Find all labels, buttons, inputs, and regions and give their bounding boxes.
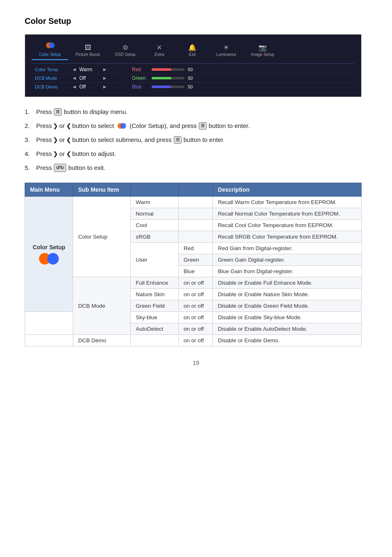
step-1: 1. Press ☰ button to display menu. — [25, 107, 367, 117]
chevron-right-4: ❯ — [53, 149, 58, 158]
osd-color-temp-value: Warm — [79, 67, 96, 72]
main-menu-label: Color Setup — [30, 244, 68, 251]
chevron-left-4: ❮ — [66, 149, 71, 158]
step-4-num: 4. — [25, 149, 36, 159]
table-header-row: Main Menu Sub Menu Item Description — [25, 183, 362, 197]
osd-blue-value: 50 — [188, 84, 193, 89]
chevron-right-2: ❯ — [53, 121, 58, 130]
osd-dcb-mode-label: DCB Mode — [35, 76, 72, 81]
osd-arrow-left-3: ◄ — [72, 84, 77, 90]
extra-tab-icon: ✕ — [157, 44, 162, 51]
osd-red-fill — [152, 68, 171, 71]
osd-tab-luminance-label: Luminance — [216, 52, 236, 57]
osd-tabs: Color Setup 🖼 Picture Boost ⚙ OSD Setup … — [32, 39, 355, 60]
page-number: 19 — [25, 360, 367, 366]
chevron-left-3: ❮ — [66, 135, 71, 144]
step-2-color-setup-text: (Color Setup), and press — [129, 121, 196, 131]
step-4-text: Press ❯ or ❮ button to adjust. — [36, 149, 116, 159]
osd-red-track — [152, 68, 184, 71]
desc-full-enhance: Disable or Enable Full Enhance Mode. — [213, 277, 362, 289]
desc-nature-skin: Disable or Enable Nature Skin Mode. — [213, 289, 362, 300]
th-main-menu: Main Menu — [25, 183, 73, 197]
item-nature-skin: Nature Skin — [131, 289, 179, 300]
menu-button-3: ☰ — [174, 136, 182, 144]
step-2-btn-select: button to select — [72, 121, 114, 131]
osd-tab-image-setup-label: Image Setup — [251, 52, 274, 57]
table-row: DCB Mode Full Enhance on or off Disable … — [25, 277, 362, 289]
step-3: 3. Press ❯ or ❮ button to select submenu… — [25, 135, 367, 145]
item-full-enhance-col4: on or off — [178, 277, 212, 289]
color-setup-tab-icon — [45, 41, 55, 51]
osd-green-fill — [152, 77, 171, 79]
item-full-enhance: Full Enhance — [131, 277, 179, 289]
desc-green-field: Disable or Enable Green Field Mode. — [213, 300, 362, 312]
item-autodetect: AutoDetect — [131, 323, 179, 335]
sub-menu-dcb-mode: DCB Mode — [73, 277, 131, 335]
th-col3 — [131, 183, 179, 197]
desc-blue: Blue Gain from Digital-register. — [213, 266, 362, 277]
steps-list: 1. Press ☰ button to display menu. 2. Pr… — [25, 107, 367, 173]
menu-button-2: ☰ — [199, 122, 207, 130]
osd-color-temp-label: Color Temp. — [35, 67, 72, 72]
osd-arrow-right-2: ► — [102, 75, 107, 81]
step-5: 5. Press ↺↻ button to exit. — [25, 163, 367, 173]
desc-autodetect: Disable or Enable AutoDetect Mode. — [213, 323, 362, 335]
step-2-end: button to enter. — [209, 121, 250, 131]
th-col4 — [178, 183, 212, 197]
desc-red: Red Gain from Digital-register. — [213, 243, 362, 254]
step-4-after: button to adjust. — [72, 149, 116, 159]
item-blue: Blue — [178, 266, 212, 277]
item-green: Green — [178, 254, 212, 266]
page-title: Color Setup — [25, 16, 367, 26]
item-red: Red — [178, 243, 212, 254]
image-setup-tab-icon: 📷 — [258, 44, 267, 51]
osd-green-track — [152, 77, 184, 79]
item-green-field: Green Field — [131, 300, 179, 312]
desc-cool: Recall Cool Color Temperature from EEPRO… — [213, 220, 362, 231]
step-4-or: or — [59, 149, 65, 159]
step-1-after: button to display menu. — [64, 107, 127, 117]
step-5-num: 5. — [25, 163, 36, 173]
step-2-num: 2. — [25, 121, 36, 131]
step-1-press: Press — [36, 107, 52, 117]
osd-red-label: Red — [132, 67, 148, 72]
step-3-after: button to select submenu, and press — [72, 135, 172, 145]
item-nature-skin-col4: on or off — [178, 289, 212, 300]
step-1-text: Press ☰ button to display menu. — [36, 107, 127, 117]
sub-menu-color-setup: Color Setup — [73, 197, 131, 277]
osd-tab-picture-boost-label: Picture Boost — [76, 52, 100, 57]
step-4: 4. Press ❯ or ❮ button to adjust. — [25, 149, 367, 159]
desc-normal: Recall Normal Color Temperature from EEP… — [213, 208, 362, 220]
osd-tab-image-setup: 📷 Image Setup — [244, 41, 282, 60]
osd-arrow-left-2: ◄ — [72, 75, 77, 81]
osd-tab-color-setup: Color Setup — [32, 39, 68, 60]
osd-row-dcb-mode: DCB Mode ◄ Off ► — [32, 74, 122, 83]
color-icon-wrap — [30, 253, 68, 265]
osd-row-color-temp: Color Temp. ◄ Warm ► — [32, 65, 122, 74]
desc-sky-blue: Disable or Enable Sky-blue Mode. — [213, 312, 362, 323]
step-3-num: 3. — [25, 135, 36, 145]
osd-tab-exit-label: Exit — [189, 52, 196, 57]
osd-tab-osd-setup-label: OSD Setup — [115, 52, 136, 57]
step-2-text: Press ❯ or ❮ button to select (Color Set… — [36, 121, 250, 131]
exit-button: ↺↻ — [54, 164, 66, 172]
item-normal: Normal — [131, 208, 179, 220]
osd-red-value: 50 — [188, 67, 193, 72]
circle-blue-icon — [47, 253, 59, 265]
osd-row-dcb-demo: DCB Demo ◄ Off ► — [32, 83, 122, 91]
item-warm-col4 — [178, 197, 212, 208]
desc-green: Green Gain Digital-register. — [213, 254, 362, 266]
osd-dcb-demo-label: DCB Demo — [35, 84, 72, 89]
osd-row-blue: Blue 50 — [129, 83, 355, 91]
step-3-press: Press — [36, 135, 52, 145]
osd-blue-fill — [152, 86, 171, 88]
osd-screenshot: Color Setup 🖼 Picture Boost ⚙ OSD Setup … — [25, 34, 362, 97]
chevron-right-3: ❯ — [53, 135, 58, 144]
step-5-after: button to exit. — [68, 163, 105, 173]
main-menu-cell-continued — [25, 312, 73, 335]
item-normal-col4 — [178, 208, 212, 220]
chevron-left-2: ❮ — [66, 121, 71, 130]
item-dcb-demo-col4: on or off — [178, 335, 212, 346]
osd-arrow-right-1: ► — [102, 67, 107, 72]
desc-warm: Recall Warm Color Temperature from EEPRO… — [213, 197, 362, 208]
